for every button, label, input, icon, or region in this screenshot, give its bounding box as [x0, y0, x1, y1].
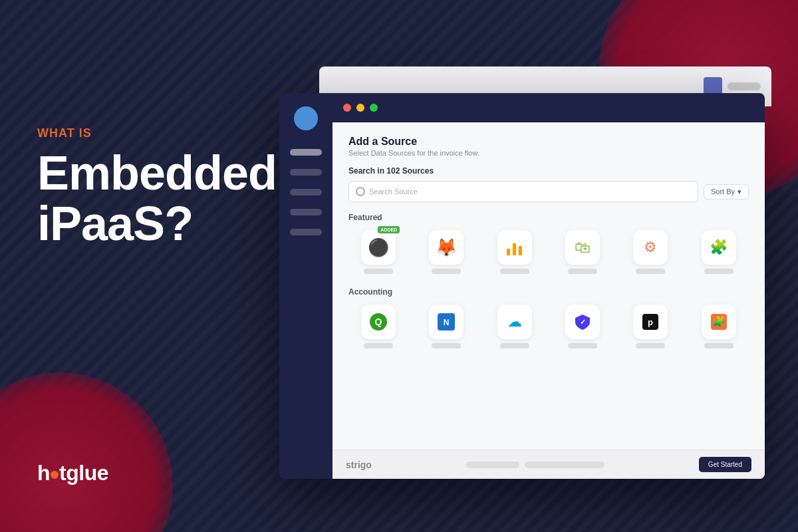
- netsuite-icon-wrapper: N: [429, 305, 464, 339]
- hubspot-icon: ⚙: [644, 239, 657, 256]
- sidebar-item-1[interactable]: [290, 149, 322, 156]
- integration-plaid[interactable]: p: [620, 305, 680, 348]
- sidebar-avatar: [294, 106, 318, 130]
- svg-text:N: N: [444, 318, 450, 327]
- window-chrome: [332, 93, 765, 122]
- svg-text:Q: Q: [375, 317, 382, 327]
- github-icon: ⚫: [368, 237, 389, 258]
- bottom-logo-text: strigo: [346, 460, 372, 470]
- netsuite-name-bar: [432, 343, 461, 348]
- svg-rect-0: [507, 249, 510, 255]
- hotglue-logo: htglue: [37, 461, 108, 485]
- what-is-label: WHAT IS: [37, 126, 277, 140]
- search-placeholder: Search Source: [369, 188, 418, 196]
- chrome-minimize-btn[interactable]: [356, 104, 364, 112]
- puzzle-icon: 🧩: [710, 313, 728, 331]
- added-badge: ADDED: [378, 226, 400, 233]
- search-input-box[interactable]: Search Source: [348, 181, 698, 202]
- integration-shopify[interactable]: 🛍: [553, 230, 612, 274]
- search-section-label: Search in 102 Sources: [348, 166, 749, 176]
- search-icon: [356, 187, 365, 196]
- svg-text:✓: ✓: [580, 318, 586, 326]
- main-title: Embedded iPaaS?: [37, 148, 277, 249]
- featured-section-title: Featured: [348, 213, 749, 222]
- plaid-name-bar: [636, 343, 665, 348]
- panel-subtitle: Select Data Sources for the invoice flow…: [348, 149, 749, 157]
- sidebar-item-5[interactable]: [290, 229, 322, 235]
- hubspot-name-bar: [636, 269, 665, 274]
- mosaic-icon: 🧩: [710, 239, 728, 256]
- search-bar-row: Search Source Sort By ▾: [348, 181, 749, 202]
- main-content-panel: Add a Source Select Data Sources for the…: [332, 93, 765, 479]
- github-name-bar: [364, 269, 393, 274]
- svg-rect-2: [519, 246, 522, 255]
- title-line2: iPaaS?: [37, 197, 193, 250]
- sidebar: [279, 93, 332, 479]
- get-started-button[interactable]: Get Started: [699, 457, 751, 472]
- featured-grid: ⚫ ADDED 🦊: [348, 230, 749, 274]
- sidebar-item-3[interactable]: [290, 189, 322, 196]
- chrome-close-btn[interactable]: [343, 104, 351, 112]
- accounting-grid: Q N: [348, 305, 749, 348]
- gitlab-icon-wrapper: 🦊: [429, 230, 464, 265]
- puzzle-name-bar: [704, 343, 733, 348]
- logo-text: htglue: [37, 461, 108, 485]
- integration-amazon[interactable]: [485, 230, 545, 274]
- content-area: Add a Source Select Data Sources for the…: [332, 122, 765, 450]
- puzzle-icon-wrapper: 🧩: [702, 305, 736, 339]
- quickbooks-icon-wrapper: Q: [361, 305, 396, 339]
- onelogin-name-bar: [568, 343, 597, 348]
- logo-dot-icon: [51, 471, 59, 479]
- title-line1: Embedded: [37, 146, 277, 200]
- onelogin-icon: ✓: [574, 313, 591, 331]
- quickbooks-name-bar: [364, 343, 393, 348]
- onelogin-icon-wrapper: ✓: [565, 305, 600, 339]
- sort-chevron-icon: ▾: [737, 188, 741, 196]
- bottom-bar: strigo Get Started: [332, 450, 765, 479]
- integration-gitlab[interactable]: 🦊: [416, 230, 476, 274]
- panel-title: Add a Source: [348, 136, 749, 148]
- integration-netsuite[interactable]: N: [416, 305, 476, 348]
- sidebar-item-4[interactable]: [290, 209, 322, 215]
- bottom-pill-2: [525, 462, 604, 468]
- integration-hubspot[interactable]: ⚙: [620, 230, 680, 274]
- integration-mosaic[interactable]: 🧩: [689, 230, 749, 274]
- bottom-pill-1: [466, 462, 519, 468]
- gitlab-name-bar: [432, 269, 461, 274]
- svg-text:p: p: [648, 317, 654, 327]
- browser-pill-icon: [728, 82, 761, 90]
- shopify-icon: 🛍: [575, 238, 591, 257]
- quickbooks-icon: Q: [369, 313, 388, 331]
- integration-quickbooks[interactable]: Q: [348, 305, 408, 348]
- svg-text:🧩: 🧩: [712, 315, 726, 328]
- svg-rect-1: [513, 243, 516, 255]
- left-content: WHAT IS Embedded iPaaS?: [37, 126, 277, 249]
- integration-puzzle[interactable]: 🧩: [689, 305, 749, 348]
- salesforce-name-bar: [500, 343, 529, 348]
- plaid-icon: p: [642, 313, 659, 331]
- chrome-maximize-btn[interactable]: [370, 104, 378, 112]
- plaid-icon-wrapper: p: [633, 305, 668, 339]
- shopify-name-bar: [568, 269, 597, 274]
- gitlab-icon: 🦊: [436, 237, 457, 258]
- integration-github[interactable]: ⚫ ADDED: [348, 230, 408, 274]
- amazon-name-bar: [500, 269, 529, 274]
- integration-salesforce[interactable]: ☁: [485, 305, 545, 348]
- netsuite-icon: N: [437, 313, 456, 331]
- salesforce-icon: ☁: [507, 313, 522, 331]
- main-window: Add a Source Select Data Sources for the…: [279, 93, 765, 479]
- salesforce-icon-wrapper: ☁: [497, 305, 532, 339]
- hubspot-icon-wrapper: ⚙: [633, 230, 668, 265]
- mosaic-icon-wrapper: 🧩: [702, 230, 736, 265]
- sort-button[interactable]: Sort By ▾: [704, 184, 749, 200]
- sort-label: Sort By: [711, 188, 735, 196]
- sidebar-item-2[interactable]: [290, 169, 322, 176]
- amazon-icon-wrapper: [497, 230, 532, 265]
- shopify-icon-wrapper: 🛍: [565, 230, 600, 265]
- github-icon-wrapper: ⚫ ADDED: [361, 230, 396, 265]
- mosaic-name-bar: [704, 269, 733, 274]
- accounting-section-title: Accounting: [348, 287, 749, 297]
- integration-onelogin[interactable]: ✓: [553, 305, 612, 348]
- amazon-charts-icon: [505, 238, 524, 257]
- bottom-bar-pills: [466, 462, 604, 468]
